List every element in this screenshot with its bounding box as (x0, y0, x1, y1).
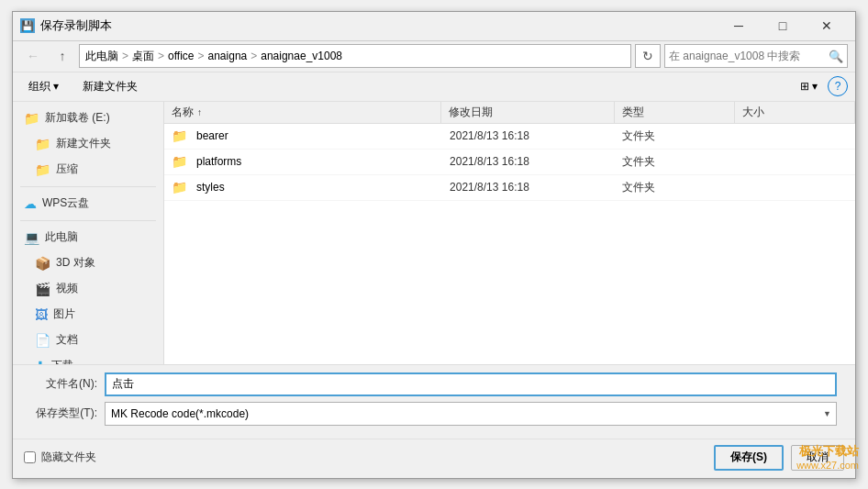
filename-label: 文件名(N): (24, 376, 97, 392)
search-icon: 🔍 (829, 50, 843, 63)
hide-folders-label: 隐藏文件夹 (41, 450, 96, 465)
document-icon: 📄 (35, 333, 50, 348)
filetype-select-wrapper: MK Recode code(*.mkcode) (105, 402, 837, 426)
filetype-row: 保存类型(T): MK Recode code(*.mkcode) (24, 402, 844, 426)
search-bar: 🔍 (664, 44, 848, 68)
organize-toolbar: 组织 ▾ 新建文件夹 ⊞ ▾ ? (13, 72, 855, 102)
title-bar: 💾 保存录制脚本 ─ □ ✕ (13, 12, 855, 41)
sidebar-label-wps-cloud: WPS云盘 (42, 195, 89, 211)
cloud-icon: ☁ (24, 196, 37, 211)
file-cell-type: 文件夹 (615, 180, 735, 195)
nav-toolbar: ← ↑ 此电脑 > 桌面 > office > anaigna > anaign… (13, 41, 855, 72)
filetype-label: 保存类型(T): (24, 406, 97, 421)
column-header-size[interactable]: 大小 (735, 102, 855, 123)
breadcrumb-bar: 此电脑 > 桌面 > office > anaigna > anaignae_v… (79, 44, 631, 68)
sidebar-item-new-folder[interactable]: 📁 新建文件夹 (13, 131, 163, 157)
picture-icon: 🖼 (35, 307, 48, 322)
file-cell-name: 📁 styles (164, 180, 442, 194)
video-icon: 🎬 (35, 282, 50, 296)
file-row[interactable]: 📁 bearer 2021/8/13 16:18 文件夹 (164, 124, 855, 150)
file-cell-date: 2021/8/13 16:18 (442, 129, 615, 142)
sidebar-label-compressed: 压缩 (56, 161, 78, 177)
view-controls: ⊞ ▾ ? (792, 75, 848, 97)
close-button[interactable]: ✕ (806, 13, 848, 39)
sidebar-divider-2 (20, 220, 156, 221)
file-cell-name: 📁 platforms (164, 154, 442, 169)
sidebar-label-new-folder: 新建文件夹 (56, 136, 111, 151)
breadcrumb-office[interactable]: office (168, 50, 194, 62)
sidebar-item-this-pc[interactable]: 💻 此电脑 (13, 225, 163, 250)
up-button[interactable]: ↑ (50, 45, 75, 67)
organize-button[interactable]: 组织 ▾ (20, 75, 67, 97)
file-cell-name: 📁 bearer (164, 128, 442, 143)
help-button[interactable]: ? (828, 76, 848, 96)
minimize-button[interactable]: ─ (718, 13, 760, 39)
sidebar-label-videos: 视频 (56, 281, 78, 296)
sidebar-item-wps-cloud[interactable]: ☁ WPS云盘 (13, 191, 163, 217)
breadcrumb-anaigna[interactable]: anaigna (208, 50, 248, 62)
dialog-icon: 💾 (20, 18, 35, 33)
sidebar-label-this-pc: 此电脑 (45, 229, 78, 245)
breadcrumb-pc[interactable]: 此电脑 (85, 49, 118, 64)
sort-arrow-icon: ↑ (197, 107, 202, 117)
cancel-button[interactable]: 取消 (791, 445, 844, 471)
filename-input[interactable] (105, 372, 837, 396)
hide-folders-checkbox[interactable] (24, 451, 36, 463)
column-header-date[interactable]: 修改日期 (441, 102, 614, 123)
folder-icon: 📁 (172, 128, 187, 143)
sidebar: 📁 新加载卷 (E:) 📁 新建文件夹 📁 压缩 ☁ WPS云盘 💻 此电脑 (13, 102, 164, 364)
file-row[interactable]: 📁 platforms 2021/8/13 16:18 文件夹 (164, 150, 855, 175)
column-header-name[interactable]: 名称 ↑ (164, 102, 441, 123)
file-cell-type: 文件夹 (615, 128, 735, 144)
filename-row: 文件名(N): (24, 372, 844, 396)
3d-icon: 📦 (35, 256, 50, 271)
pc-icon: 💻 (24, 230, 39, 245)
new-folder-button[interactable]: 新建文件夹 (74, 75, 146, 97)
column-header-type[interactable]: 类型 (615, 102, 735, 123)
folder-icon: 📁 (172, 154, 187, 169)
sidebar-label-new-volume: 新加载卷 (E:) (45, 110, 110, 126)
filetype-select[interactable]: MK Recode code(*.mkcode) (105, 402, 837, 426)
file-rows: 📁 bearer 2021/8/13 16:18 文件夹 📁 platforms… (164, 124, 855, 364)
refresh-button[interactable]: ↻ (635, 44, 661, 68)
sidebar-item-3d-objects[interactable]: 📦 3D 对象 (13, 250, 163, 276)
save-dialog: 💾 保存录制脚本 ─ □ ✕ ← ↑ 此电脑 > 桌面 > office > a… (12, 11, 856, 479)
back-button[interactable]: ← (20, 45, 46, 67)
sidebar-label-pictures: 图片 (53, 306, 75, 322)
folder-icon: 📁 (172, 180, 187, 194)
footer: 隐藏文件夹 保存(S) 取消 (13, 439, 855, 478)
footer-left: 隐藏文件夹 (24, 450, 707, 465)
sidebar-item-compressed[interactable]: 📁 压缩 (13, 157, 163, 183)
sidebar-item-videos[interactable]: 🎬 视频 (13, 276, 163, 302)
sidebar-item-documents[interactable]: 📄 文档 (13, 328, 163, 353)
sidebar-divider (20, 186, 156, 187)
dialog-title: 保存录制脚本 (40, 17, 718, 34)
maximize-button[interactable]: □ (762, 13, 804, 39)
file-list: 名称 ↑ 修改日期 类型 大小 📁 bearer (164, 102, 855, 364)
sidebar-label-documents: 文档 (56, 332, 78, 348)
main-content: 📁 新加载卷 (E:) 📁 新建文件夹 📁 压缩 ☁ WPS云盘 💻 此电脑 (13, 102, 855, 364)
sidebar-item-new-volume[interactable]: 📁 新加载卷 (E:) (13, 106, 163, 131)
folder-icon: 📁 (35, 137, 50, 151)
breadcrumb-current[interactable]: anaignae_v1008 (261, 50, 342, 62)
sidebar-item-pictures[interactable]: 🖼 图片 (13, 302, 163, 328)
folder-icon: 📁 (24, 111, 39, 126)
file-cell-type: 文件夹 (615, 154, 735, 170)
bottom-section: 文件名(N): 保存类型(T): MK Recode code(*.mkcode… (13, 364, 855, 439)
sidebar-item-downloads[interactable]: ⬇ 下载 (13, 353, 163, 364)
file-cell-date: 2021/8/13 16:18 (442, 155, 615, 168)
window-controls: ─ □ ✕ (718, 13, 848, 39)
breadcrumb-desktop[interactable]: 桌面 (132, 49, 154, 64)
search-input[interactable] (669, 50, 825, 62)
folder-icon: 📁 (35, 162, 50, 177)
save-button[interactable]: 保存(S) (714, 445, 784, 471)
file-cell-date: 2021/8/13 16:18 (442, 181, 615, 194)
file-list-header: 名称 ↑ 修改日期 类型 大小 (164, 102, 855, 124)
file-row[interactable]: 📁 styles 2021/8/13 16:18 文件夹 (164, 175, 855, 201)
sidebar-label-3d-objects: 3D 对象 (56, 255, 95, 271)
view-button[interactable]: ⊞ ▾ (792, 75, 826, 97)
